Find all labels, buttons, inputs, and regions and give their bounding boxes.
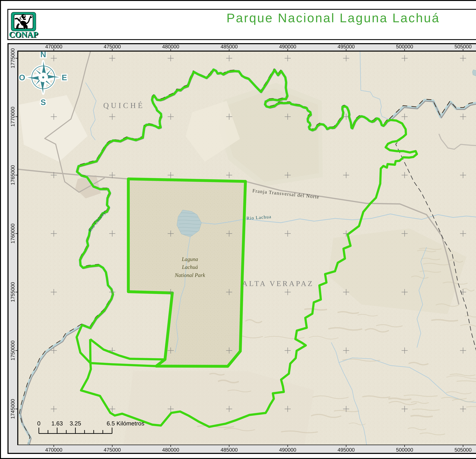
svg-text:480000: 480000 xyxy=(162,44,179,49)
svg-text:Lachuá: Lachuá xyxy=(182,264,198,270)
svg-text:1765000: 1765000 xyxy=(10,165,16,185)
svg-text:E: E xyxy=(62,73,67,82)
svg-text:National Park: National Park xyxy=(175,272,205,278)
svg-text:3.25: 3.25 xyxy=(70,420,81,427)
svg-text:495000: 495000 xyxy=(338,447,355,453)
svg-text:480000: 480000 xyxy=(162,447,179,453)
svg-text:1745000: 1745000 xyxy=(10,399,16,419)
svg-text:505000: 505000 xyxy=(454,447,472,453)
svg-text:1760000: 1760000 xyxy=(10,224,16,243)
svg-text:1775000: 1775000 xyxy=(10,48,16,68)
svg-text:470000: 470000 xyxy=(45,447,62,453)
svg-text:495000: 495000 xyxy=(338,44,355,49)
svg-text:475000: 475000 xyxy=(104,447,121,453)
svg-text:0: 0 xyxy=(37,420,41,427)
svg-text:505000: 505000 xyxy=(454,44,472,49)
svg-text:470000: 470000 xyxy=(45,44,62,49)
svg-text:S: S xyxy=(41,98,46,107)
svg-text:475000: 475000 xyxy=(104,44,121,49)
svg-text:1770000: 1770000 xyxy=(10,107,16,127)
svg-text:490000: 490000 xyxy=(279,447,296,453)
svg-text:1750000: 1750000 xyxy=(10,341,16,360)
svg-text:Parque Nacional Laguna Lachuá: Parque Nacional Laguna Lachuá xyxy=(227,11,440,25)
svg-text:QUICHÉ: QUICHÉ xyxy=(103,101,144,110)
svg-text:CONAP: CONAP xyxy=(9,30,38,39)
svg-text:6.5 Kilómetros: 6.5 Kilómetros xyxy=(107,420,144,427)
svg-text:500000: 500000 xyxy=(396,447,413,453)
svg-text:500000: 500000 xyxy=(396,44,413,49)
svg-text:Laguna: Laguna xyxy=(182,256,198,262)
svg-text:485000: 485000 xyxy=(221,44,238,49)
svg-text:ALTA VERAPAZ: ALTA VERAPAZ xyxy=(242,279,314,288)
svg-text:1755000: 1755000 xyxy=(10,282,16,302)
svg-text:485000: 485000 xyxy=(221,447,238,453)
svg-text:O: O xyxy=(19,73,25,82)
svg-text:490000: 490000 xyxy=(279,44,296,49)
svg-text:1.63: 1.63 xyxy=(51,420,63,427)
